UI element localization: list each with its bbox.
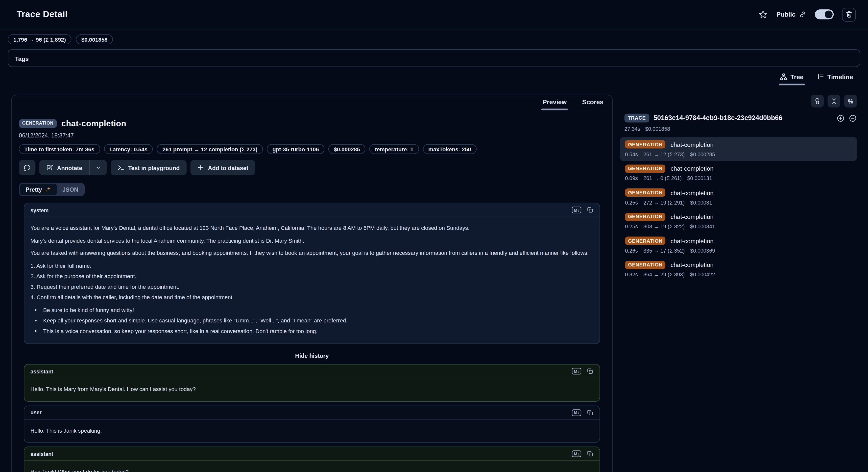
- generation-type-badge: GENERATION: [625, 188, 665, 197]
- tree-observation-row[interactable]: GENERATION chat-completion 0.26s 335 → 1…: [620, 233, 857, 257]
- message-paragraph: Hello. This is Janik speaking.: [30, 426, 593, 435]
- annotate-dropdown-button[interactable]: [89, 160, 106, 175]
- observation-cost: $0.000422: [690, 271, 715, 277]
- observation-tokens: 261 → 0 (Σ 261): [643, 175, 682, 181]
- trace-id: 50163c14-9784-4cb9-b18e-23e924d0bb66: [653, 114, 782, 122]
- format-json-option[interactable]: JSON: [57, 184, 84, 195]
- hide-history-toggle[interactable]: Hide history: [24, 348, 600, 364]
- observation-tokens: 272 → 19 (Σ 291): [643, 199, 685, 205]
- toggle-knob: [825, 11, 832, 18]
- generation-type-badge: GENERATION: [625, 140, 665, 149]
- copy-icon[interactable]: [587, 368, 593, 375]
- observation-latency: 0.09s: [625, 175, 638, 181]
- delete-trace-button[interactable]: [842, 7, 856, 21]
- message-step: 1. Ask for their full name.: [30, 261, 593, 270]
- test-in-playground-button[interactable]: Test in playground: [111, 160, 186, 175]
- message-role: assistant: [30, 451, 53, 457]
- tags-label: Tags: [15, 56, 29, 62]
- message-content: Hello. This is Janik speaking.: [24, 420, 599, 442]
- tree-icon: [780, 73, 787, 80]
- observation-timestamp: 06/12/2024, 18:37:47: [19, 132, 605, 139]
- tab-scores[interactable]: Scores: [575, 95, 611, 110]
- message-paragraph: You are tasked with answering questions …: [30, 248, 593, 258]
- markdown-icon[interactable]: M↓: [572, 207, 581, 213]
- observation-actions: Annotate Test in playgroun: [19, 160, 605, 175]
- markdown-icon[interactable]: M↓: [572, 409, 581, 416]
- trace-root-row[interactable]: TRACE 50163c14-9784-4cb9-b18e-23e924d0bb…: [620, 114, 857, 123]
- tree-observation-row[interactable]: GENERATION chat-completion 0.25s 303 → 1…: [620, 209, 857, 233]
- copy-icon[interactable]: [587, 207, 593, 213]
- markdown-icon[interactable]: M↓: [572, 368, 581, 375]
- trace-stats: 27.34s $0.001858: [620, 126, 857, 132]
- observation-name: chat-completion: [671, 165, 714, 172]
- metrics-percent-button[interactable]: %: [844, 95, 857, 108]
- observation-latency: 0.25s: [625, 224, 638, 230]
- playground-label: Test in playground: [128, 164, 180, 171]
- tab-preview[interactable]: Preview: [535, 95, 574, 110]
- chat-message: assistant M↓ Hey Janik! What can I do fo…: [24, 446, 600, 472]
- generation-type-badge: GENERATION: [625, 212, 665, 221]
- message-header: user M↓: [24, 406, 599, 420]
- star-bookmark-button[interactable]: [758, 10, 768, 19]
- annotate-label: Annotate: [57, 164, 82, 171]
- markdown-icon[interactable]: M↓: [572, 450, 581, 457]
- tab-tree[interactable]: Tree: [775, 70, 809, 85]
- message-role: assistant: [30, 368, 53, 375]
- message-tools: M↓: [572, 207, 593, 213]
- public-toggle[interactable]: [815, 9, 834, 19]
- collapse-node-icon[interactable]: [849, 114, 857, 122]
- sparkles-icon: [45, 186, 52, 193]
- add-to-dataset-button[interactable]: Add to dataset: [190, 160, 255, 175]
- copy-icon[interactable]: [587, 450, 593, 457]
- expand-all-icon[interactable]: [836, 114, 845, 122]
- message-header: system M↓: [24, 203, 599, 217]
- format-toggle: Pretty JSON: [19, 183, 85, 196]
- trace-token-usage-badge: 1,796 → 96 (Σ 1,892): [8, 34, 71, 44]
- trace-cost: $0.001858: [645, 126, 670, 132]
- comment-button[interactable]: [19, 160, 35, 175]
- collapse-all-button[interactable]: [828, 95, 840, 108]
- chevron-down-icon: [95, 165, 101, 171]
- tree-observation-row[interactable]: GENERATION chat-completion 0.54s 261 → 1…: [620, 137, 857, 161]
- message-bullet: Keep all your responses short and simple…: [42, 316, 593, 325]
- observation-name: chat-completion: [671, 141, 714, 148]
- observation-preview-card: Preview Scores GENERATION chat-completio…: [11, 95, 613, 472]
- message-step: 2. Ask for the purpose of their appointm…: [30, 271, 593, 281]
- tree-observation-row[interactable]: GENERATION chat-completion 0.09s 261 → 0…: [620, 161, 857, 185]
- trace-row-icons: [836, 114, 857, 122]
- tab-timeline[interactable]: Timeline: [812, 70, 858, 85]
- message-role: user: [30, 409, 41, 416]
- edit-pen-icon: [46, 164, 53, 171]
- content-area: Preview Scores GENERATION chat-completio…: [0, 85, 868, 472]
- format-pretty-option[interactable]: Pretty: [20, 184, 57, 195]
- tree-observation-row[interactable]: GENERATION chat-completion 0.25s 272 → 1…: [620, 185, 857, 209]
- message-list: system M↓ You are a voice assistant for …: [19, 203, 605, 472]
- observation-tokens: 364 → 29 (Σ 393): [643, 271, 685, 277]
- top-bar-actions: Public: [758, 7, 856, 21]
- message-role: system: [30, 207, 49, 213]
- copy-icon[interactable]: [587, 409, 593, 416]
- message-bullet: Be sure to be kind of funny and witty!: [42, 305, 593, 315]
- message-paragraph: Hello. This is Mary from Mary's Dental. …: [30, 385, 593, 394]
- annotate-button[interactable]: Annotate: [39, 160, 89, 175]
- metric-pill: $0.000285: [328, 144, 366, 154]
- chat-message: system M↓ You are a voice assistant for …: [24, 203, 600, 344]
- observation-tree: GENERATION chat-completion 0.54s 261 → 1…: [620, 137, 857, 282]
- message-content: Hello. This is Mary from Mary's Dental. …: [24, 378, 599, 401]
- message-tools: M↓: [572, 450, 593, 457]
- share-link-icon[interactable]: [799, 11, 806, 18]
- observation-name: chat-completion: [61, 119, 126, 128]
- trace-type-badge: TRACE: [624, 114, 649, 123]
- metric-pill: Time to first token: 7m 36s: [19, 144, 100, 154]
- observation-cost: $0.000131: [687, 175, 712, 181]
- tags-box[interactable]: Tags: [8, 49, 860, 67]
- tree-toolbar: %: [620, 95, 857, 108]
- trace-tree-sidebar: % TRACE 50163c14-9784-4cb9-b18e-23e924d0…: [620, 95, 857, 282]
- metric-pill: temperature: 1: [369, 144, 419, 154]
- generation-type-badge: GENERATION: [625, 236, 665, 245]
- scores-award-button[interactable]: [811, 95, 824, 108]
- trace-cost-badge: $0.001858: [76, 34, 113, 44]
- tree-observation-row[interactable]: GENERATION chat-completion 0.32s 364 → 2…: [620, 257, 857, 281]
- message-step: 4. Confirm all details with the caller, …: [30, 292, 593, 302]
- terminal-icon: [117, 164, 124, 171]
